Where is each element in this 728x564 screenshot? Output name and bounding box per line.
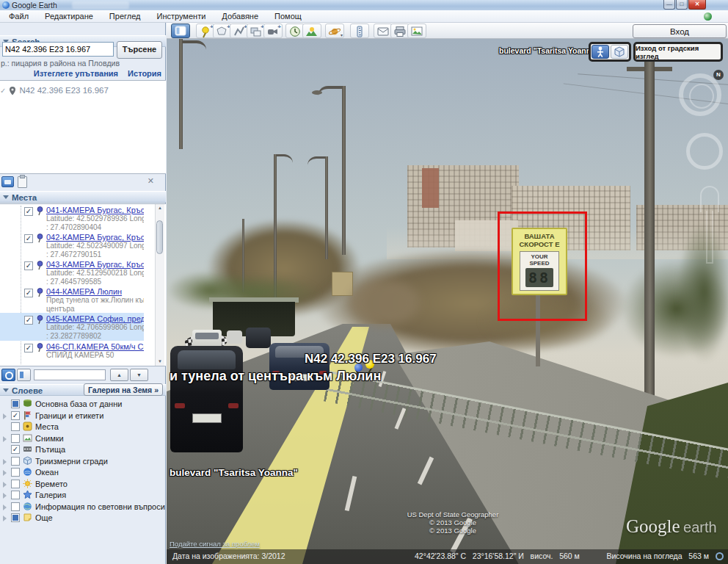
layer-checkbox[interactable]: [11, 468, 20, 477]
tall-trees: [677, 223, 728, 362]
layer-row-global-awareness[interactable]: Информация по световни въпроси: [0, 502, 166, 513]
look-joystick[interactable]: [679, 73, 721, 116]
expand-arrow-icon[interactable]: [3, 470, 7, 476]
menu-tools[interactable]: Инструменти: [153, 11, 208, 21]
layer-checkbox[interactable]: [11, 457, 20, 466]
layer-checkbox[interactable]: ✓: [11, 445, 20, 454]
more-icon: [23, 513, 32, 522]
scroll-down-icon[interactable]: ▼: [156, 358, 164, 366]
login-button[interactable]: Вход: [633, 24, 727, 38]
layer-checkbox[interactable]: ✓: [11, 411, 20, 420]
record-tour-button[interactable]: +: [263, 24, 283, 38]
search-links: Изтеглете упътвания История: [26, 69, 161, 78]
expand-arrow-icon[interactable]: [3, 493, 7, 499]
save-image-button[interactable]: [407, 24, 426, 38]
clipboard-icon[interactable]: [18, 176, 27, 188]
layer-row-more[interactable]: Още: [0, 513, 166, 524]
ruler-button[interactable]: [350, 24, 369, 38]
layer-checkbox[interactable]: [11, 513, 20, 522]
layer-row-gallery[interactable]: Галерия: [0, 490, 166, 502]
get-directions-link[interactable]: Изтеглете упътвания: [34, 69, 118, 78]
menu-help[interactable]: Помощ: [272, 11, 305, 21]
zoom-slider-top[interactable]: [700, 186, 719, 212]
place-title[interactable]: 041-КАМЕРА Бургас, Кръстовище: [46, 206, 144, 214]
search-button[interactable]: Търсене: [117, 41, 162, 59]
place-title[interactable]: 045-КАМЕРА София, преди тунел: [46, 314, 144, 323]
search-places-button[interactable]: [1, 369, 15, 381]
expand-arrow-icon[interactable]: [3, 482, 7, 488]
layer-checkbox[interactable]: [11, 434, 20, 443]
places-scrollbar[interactable]: ▲ ▼: [155, 204, 164, 366]
expand-arrow-icon[interactable]: [3, 459, 7, 465]
places-panel-header[interactable]: Места: [0, 191, 166, 203]
place-item-044[interactable]: ✓ 044-КАМЕРА Люлин Пред тунела от жк.Люл…: [0, 286, 144, 313]
place-checkbox[interactable]: ✓: [24, 234, 33, 243]
3d-view-button[interactable]: [611, 45, 628, 59]
place-checkbox[interactable]: ✓: [24, 344, 33, 352]
history-link[interactable]: История: [128, 69, 161, 78]
place-title[interactable]: 044-КАМЕРА Люлин: [46, 287, 144, 296]
expand-arrow-icon[interactable]: [3, 413, 7, 419]
copyright-line: © 2013 Google: [387, 518, 519, 527]
move-down-button[interactable]: ▼: [130, 369, 148, 381]
layer-row-borders[interactable]: ✓ Граници и етикети: [0, 411, 166, 422]
toggle-panel-button[interactable]: [17, 369, 31, 381]
place-checkbox[interactable]: ✓: [24, 207, 33, 216]
move-up-button[interactable]: ▲: [110, 369, 128, 381]
layer-checkbox[interactable]: [11, 480, 20, 488]
search-input[interactable]: [2, 42, 114, 57]
search-result-row[interactable]: ✓ N42 42.396 E23 16.967: [1, 84, 109, 96]
compass-north-knob[interactable]: N: [713, 70, 724, 80]
pushpin-icon: [36, 288, 44, 297]
menu-add[interactable]: Добавяне: [219, 11, 261, 21]
sidebar-toggle-button[interactable]: [171, 24, 190, 38]
place-item-046[interactable]: ✓ 046-СП.КАМЕРА 50км/ч София, б СПИЙД КА…: [0, 341, 144, 366]
place-title[interactable]: 046-СП.КАМЕРА 50км/ч София, б: [46, 342, 144, 351]
place-checkbox[interactable]: ✓: [24, 316, 33, 325]
minimize-button[interactable]: —: [663, 0, 675, 10]
place-checkbox[interactable]: ✓: [24, 289, 33, 297]
places-filter-input[interactable]: [34, 369, 106, 380]
look-joystick-inner: [689, 84, 714, 109]
close-panel-icon[interactable]: ✕: [148, 176, 154, 186]
scroll-thumb[interactable]: [156, 220, 163, 254]
layer-row-places[interactable]: Места: [0, 422, 166, 433]
layer-row-weather[interactable]: Времето: [0, 479, 166, 491]
place-item-045-selected[interactable]: ✓ 045-КАМЕРА София, преди тунел Latitude…: [0, 313, 144, 341]
layer-row-ocean[interactable]: Океан: [0, 467, 166, 479]
add-folder-icon[interactable]: [1, 176, 14, 187]
layer-checkbox[interactable]: [11, 491, 20, 499]
menu-edit[interactable]: Редактиране: [42, 11, 96, 21]
sunlight-button[interactable]: [302, 24, 321, 38]
place-checkbox[interactable]: ✓: [24, 261, 33, 270]
layer-row-roads[interactable]: ✓ Пътища: [0, 444, 166, 456]
place-title[interactable]: 043-КАМЕРА Бургас, Кръстовище: [46, 260, 144, 269]
close-button[interactable]: ✕: [688, 0, 706, 10]
report-problem-link[interactable]: Подайте сигнал за проблем: [170, 540, 260, 548]
layer-row-3d-buildings[interactable]: Триизмерни сгради: [0, 456, 166, 468]
scroll-up-icon[interactable]: ▲: [156, 204, 164, 212]
earth-gallery-button[interactable]: Галерия на Земя »: [84, 383, 163, 396]
maximize-button[interactable]: □: [676, 0, 688, 10]
zoom-slider[interactable]: [706, 211, 713, 264]
layer-row-database[interactable]: Основна база от данни: [0, 399, 166, 411]
street-view-scene[interactable]: ВАШАТА СКОРОСТ Е YOUR SPEED 88 N bulevar…: [167, 39, 728, 564]
layer-checkbox[interactable]: [11, 502, 20, 511]
layer-row-photos[interactable]: Снимки: [0, 433, 166, 445]
place-item-042[interactable]: ✓ 042-КАМЕРА Бургас, Кръстовище Latitude…: [0, 231, 144, 258]
layer-checkbox[interactable]: [11, 422, 20, 431]
move-joystick[interactable]: [686, 133, 723, 170]
expand-arrow-icon[interactable]: [3, 516, 7, 521]
expand-arrow-icon[interactable]: [3, 436, 7, 442]
menu-view[interactable]: Преглед: [106, 11, 144, 21]
exit-street-view-button[interactable]: Изход от градския изглед: [633, 42, 723, 62]
place-item-041[interactable]: ✓ 041-КАМЕРА Бургас, Кръстовище Latitude…: [0, 204, 144, 231]
planets-button[interactable]: ▾: [325, 24, 344, 38]
layer-checkbox[interactable]: [11, 400, 20, 408]
place-item-043[interactable]: ✓ 043-КАМЕРА Бургас, Кръстовище Latitude…: [0, 258, 144, 286]
expand-arrow-icon[interactable]: [3, 505, 7, 510]
pegman-button[interactable]: [592, 45, 609, 59]
menu-file[interactable]: Файл: [6, 11, 32, 21]
place-title[interactable]: 042-КАМЕРА Бургас, Кръстовище: [46, 233, 144, 242]
main-toolbar: + + + + + ▾ Вход: [167, 23, 728, 39]
